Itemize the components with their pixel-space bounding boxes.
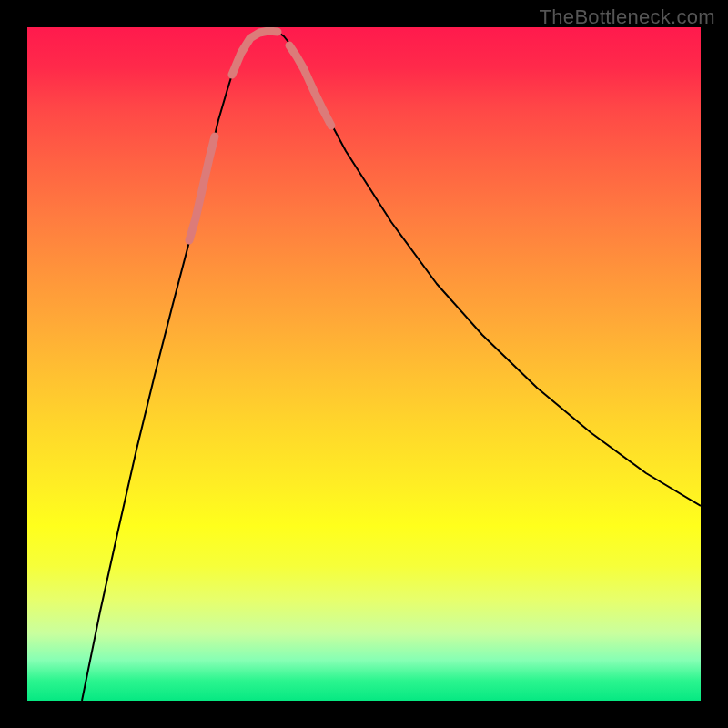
plot-area: [27, 27, 701, 701]
pink-segment-bottom: [232, 31, 278, 75]
marker-layer: [189, 31, 331, 240]
watermark-text: TheBottleneck.com: [540, 5, 715, 29]
curve-svg: [27, 27, 701, 701]
pink-segment-right: [289, 46, 331, 126]
bottleneck-curve: [82, 31, 701, 701]
bottleneck-curve: [82, 31, 701, 701]
pink-segment-left: [189, 136, 215, 240]
chart-frame: TheBottleneck.com: [0, 0, 728, 728]
